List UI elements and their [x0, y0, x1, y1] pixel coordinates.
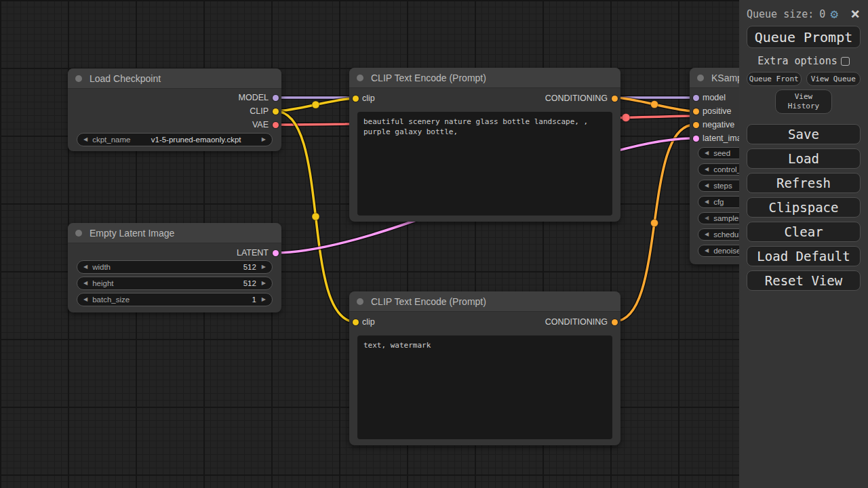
increment-arrow-icon[interactable]: ▶ — [262, 297, 266, 302]
model-input-port[interactable] — [693, 95, 699, 101]
widget-label: cfg — [713, 198, 724, 206]
load-button[interactable]: Load — [747, 148, 861, 169]
view-history-button[interactable]: View History — [775, 89, 832, 114]
node-title-bar[interactable]: CLIP Text Encode (Prompt) — [349, 291, 620, 312]
widget-value[interactable]: 1 — [135, 296, 256, 304]
queue-front-button[interactable]: Queue Front — [747, 72, 802, 86]
output-label: MODEL — [239, 93, 269, 102]
decrement-arrow-icon[interactable]: ◀ — [705, 183, 709, 188]
node-clip-text-encode-positive[interactable]: CLIP Text Encode (Prompt) clip CONDITION… — [349, 68, 620, 222]
node-title: CLIP Text Encode (Prompt) — [371, 296, 486, 307]
decrement-arrow-icon[interactable]: ◀ — [705, 167, 709, 172]
decrement-arrow-icon[interactable]: ◀ — [83, 264, 87, 270]
decrement-arrow-icon[interactable]: ◀ — [705, 150, 709, 156]
node-title: CLIP Text Encode (Prompt) — [371, 73, 486, 83]
close-icon[interactable]: × — [850, 7, 860, 20]
node-title-bar[interactable]: Empty Latent Image — [68, 223, 281, 243]
latent-output-port[interactable] — [273, 250, 279, 256]
negative-prompt-textarea[interactable]: text, watermark — [357, 336, 612, 439]
model-output-port[interactable] — [273, 95, 279, 101]
widget-value[interactable]: 512 — [119, 279, 256, 287]
extra-options-checkbox[interactable] — [841, 57, 850, 66]
output-label: CLIP — [250, 106, 269, 116]
collapse-dot-icon[interactable] — [75, 75, 82, 82]
conditioning-output-port[interactable] — [612, 96, 618, 102]
collapse-dot-icon[interactable] — [75, 230, 82, 237]
decrement-arrow-icon[interactable]: ◀ — [705, 232, 709, 237]
menu-panel: Queue size: 0 ⚙ × Queue Prompt Extra opt… — [739, 0, 868, 488]
view-queue-button[interactable]: View Queue — [806, 72, 861, 86]
node-title: Empty Latent Image — [90, 228, 174, 239]
widget-label: steps — [713, 182, 732, 190]
queue-size-label: Queue size: — [747, 8, 814, 20]
decrement-arrow-icon[interactable]: ◀ — [83, 137, 87, 142]
decrement-arrow-icon[interactable]: ◀ — [83, 281, 87, 286]
positive-input-port[interactable] — [693, 108, 699, 115]
collapse-dot-icon[interactable] — [357, 75, 363, 81]
wire-negative-conditioning[interactable] — [614, 125, 694, 321]
input-label: clip — [362, 94, 375, 103]
output-label: CONDITIONING — [545, 317, 608, 327]
node-clip-text-encode-negative[interactable]: CLIP Text Encode (Prompt) clip CONDITION… — [349, 291, 620, 445]
positive-prompt-textarea[interactable]: beautiful scenery nature glass bottle la… — [357, 112, 612, 216]
batch-size-widget[interactable]: ◀ batch_size 1 ▶ — [77, 293, 273, 306]
widget-label: batch_size — [92, 296, 130, 304]
output-label: LATENT — [237, 248, 269, 258]
reset-view-button[interactable]: Reset View — [747, 270, 861, 291]
clip-input-port[interactable] — [353, 319, 359, 325]
output-row-clip: CLIP — [68, 104, 281, 118]
width-widget[interactable]: ◀ width 512 ▶ — [77, 260, 273, 274]
clip-input-port[interactable] — [353, 96, 359, 102]
gear-icon[interactable]: ⚙ — [830, 7, 837, 20]
extra-options-label: Extra options — [757, 55, 837, 67]
collapse-dot-icon[interactable] — [697, 75, 704, 81]
widget-label: height — [92, 279, 113, 287]
output-row-vae: VAE — [68, 118, 281, 131]
ckpt-name-widget[interactable]: ◀ ckpt_name v1-5-pruned-emaonly.ckpt ▶ — [77, 133, 273, 146]
decrement-arrow-icon[interactable]: ◀ — [83, 297, 87, 302]
negative-input-port[interactable] — [693, 122, 699, 128]
port-row: clip CONDITIONING — [349, 92, 620, 105]
load-default-button[interactable]: Load Default — [747, 246, 861, 266]
latent-image-input-port[interactable] — [693, 136, 699, 142]
output-row-latent: LATENT — [68, 246, 281, 260]
output-label: VAE — [252, 120, 269, 129]
widget-label: width — [92, 263, 111, 271]
collapse-dot-icon[interactable] — [357, 298, 363, 305]
vae-output-port[interactable] — [273, 122, 279, 128]
wire-clip-to-negative[interactable] — [275, 111, 356, 322]
menu-header: Queue size: 0 ⚙ × — [739, 0, 868, 20]
increment-arrow-icon[interactable]: ▶ — [262, 281, 266, 286]
port-row: clip CONDITIONING — [349, 315, 620, 329]
widget-value[interactable]: v1-5-pruned-emaonly.ckpt — [136, 136, 256, 144]
clipspace-button[interactable]: Clipspace — [747, 197, 861, 218]
increment-arrow-icon[interactable]: ▶ — [262, 264, 266, 270]
input-label: model — [703, 93, 726, 102]
node-title-bar[interactable]: CLIP Text Encode (Prompt) — [349, 68, 620, 88]
queue-prompt-button[interactable]: Queue Prompt — [747, 26, 861, 48]
clear-button[interactable]: Clear — [747, 222, 861, 242]
output-label: CONDITIONING — [545, 94, 608, 103]
conditioning-output-port[interactable] — [612, 319, 618, 325]
input-label: clip — [362, 317, 375, 327]
widget-label: denoise — [713, 247, 741, 255]
decrement-arrow-icon[interactable]: ◀ — [705, 199, 709, 205]
clip-output-port[interactable] — [273, 108, 279, 115]
input-label: positive — [703, 106, 731, 116]
node-load-checkpoint[interactable]: Load Checkpoint MODEL CLIP VAE ◀ ckpt_na… — [68, 68, 281, 151]
increment-arrow-icon[interactable]: ▶ — [262, 137, 266, 142]
decrement-arrow-icon[interactable]: ◀ — [705, 216, 709, 221]
node-empty-latent-image[interactable]: Empty Latent Image LATENT ◀ width 512 ▶ … — [68, 223, 281, 312]
wire-clip-to-positive[interactable] — [275, 98, 356, 111]
output-row-model: MODEL — [68, 91, 281, 104]
widget-value[interactable]: 512 — [116, 263, 256, 271]
node-title: Load Checkpoint — [90, 73, 161, 84]
height-widget[interactable]: ◀ height 512 ▶ — [77, 277, 273, 290]
node-graph-canvas[interactable]: Load Checkpoint MODEL CLIP VAE ◀ ckpt_na… — [0, 0, 868, 488]
extra-options-row: Extra options — [739, 55, 868, 67]
decrement-arrow-icon[interactable]: ◀ — [705, 248, 709, 253]
widget-label: seed — [713, 149, 730, 157]
node-title-bar[interactable]: Load Checkpoint — [68, 68, 281, 89]
save-button[interactable]: Save — [747, 124, 861, 144]
refresh-button[interactable]: Refresh — [747, 173, 861, 193]
